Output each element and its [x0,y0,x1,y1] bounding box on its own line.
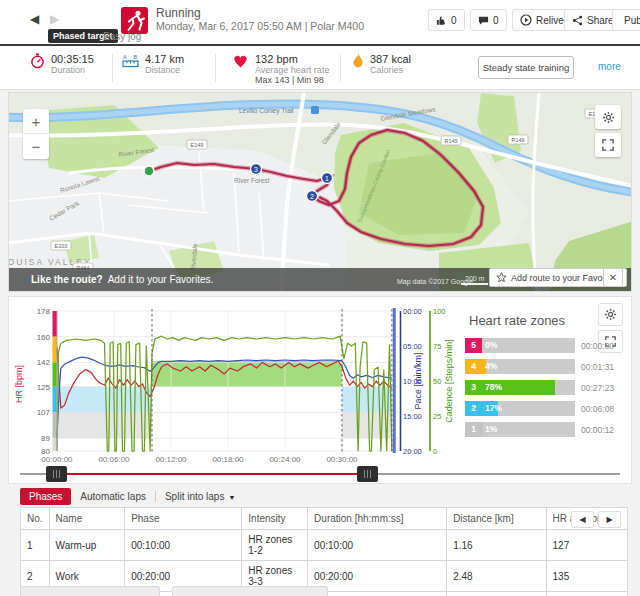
pager-prev-button[interactable]: ◀ [571,511,594,528]
training-curve-chart[interactable]: HR [bpm] Pace [min/km] Cadence [Steps/mi… [9,299,461,471]
zone-number: 5 [465,338,482,353]
stat-divider [112,54,113,82]
target-name: Easy jog [103,31,141,42]
heart-rate-stat: 132 bpm Average heart rate Max 143 | Min… [232,53,329,85]
cell-distance: 1.16 [447,530,546,561]
target-zone-band [57,387,152,413]
table-row[interactable]: 1Warm-up00:10:00HR zones 1-200:10:001.16… [21,530,628,561]
fullscreen-icon [602,139,614,151]
polar-flow-training-page: ◀ ▶ Running Monday, Mar 6, 2017 05:50 AM… [0,0,640,596]
svg-text:05:00: 05:00 [403,342,422,351]
zone-row-4: 44%00:01:31 [465,359,627,374]
zoom-out-button[interactable]: − [23,134,49,159]
cell-distance: 2.48 [447,561,546,592]
km-marker-1[interactable]: 1 [322,173,333,184]
km-marker-3[interactable]: 3 [251,164,262,175]
thumbs-up-icon [436,15,447,26]
time-range-scrubber [0,462,640,486]
tab-phases[interactable]: Phases [20,488,71,505]
svg-text:3: 3 [254,166,258,173]
km-marker-2[interactable]: 2 [307,191,318,202]
map-canvas: 3 1 2 River Forest River Forest Levillo … [9,93,632,292]
relive-button[interactable]: Relive [512,9,572,31]
activity-title: Running [156,6,201,20]
cell-distance: 0.51 [447,592,546,596]
comments-button[interactable]: 0 [470,9,507,31]
chart-settings-button[interactable] [598,303,623,326]
road-badge: R149 [441,136,461,145]
zone-bar [482,422,483,437]
zone-percent: 17% [485,401,502,416]
training-benefit-button[interactable]: Steady state training [478,56,574,79]
svg-text:160: 160 [37,333,51,342]
overlay-question: Like the route? [31,274,103,285]
svg-text:25: 25 [433,412,441,421]
like-button[interactable]: 0 [428,9,465,31]
scrubber-left-handle[interactable] [46,466,67,482]
runner-icon [121,7,148,34]
zone-percent: 0% [485,338,497,353]
zone-percent: 78% [485,380,502,395]
more-link[interactable]: more [598,61,621,72]
svg-text:107: 107 [37,408,51,417]
zoom-in-button[interactable]: + [23,109,49,134]
scrubber-right-handle[interactable] [357,466,378,482]
street-label: River Forest [234,177,270,184]
hr-zone-strip [53,438,58,451]
svg-text:00:00: 00:00 [403,307,422,316]
distance-value: 4.17 km [145,53,184,65]
zone-track: 78% [482,380,575,395]
back-arrow-button[interactable]: ◀ [30,12,39,26]
target-zone-band [57,412,152,438]
cell-phase: 00:10:00 [125,530,242,561]
svg-text:15:00: 15:00 [403,412,422,421]
svg-text:R149: R149 [444,138,457,144]
comment-count: 0 [493,15,499,26]
tab-split-into-laps[interactable]: Split into laps▼ [156,488,244,505]
col-no: No. [21,508,50,530]
calories-value: 387 kcal [370,53,411,65]
pager-next-button[interactable]: ▶ [598,511,621,528]
forward-arrow-button[interactable]: ▶ [50,12,59,26]
svg-text:E103: E103 [55,243,68,249]
map-fullscreen-button[interactable] [595,133,621,157]
target-zone-band [342,412,392,438]
duration-stat: 00:35:15 Duration [30,53,94,75]
zone-row-5: 50%00:00:00 [465,338,627,353]
comment-icon [478,15,489,26]
svg-text:178: 178 [37,307,51,316]
header: ◀ ▶ Running Monday, Mar 6, 2017 05:50 AM… [0,0,640,44]
zone-track: 4% [482,359,575,374]
distance-label: Distance [145,65,184,75]
zone-track: 0% [482,338,575,353]
svg-text:B: B [134,54,138,60]
public-button[interactable]: Public [612,9,640,31]
road-badge: E149 [187,140,207,149]
hr-zone-strip [53,311,58,337]
svg-text:75: 75 [433,342,441,351]
overlay-close-button[interactable]: ✕ [603,268,623,287]
distance-stat: AB 4.17 km Distance [122,53,184,75]
road-badge: R149 [508,135,528,144]
like-count: 0 [451,15,457,26]
route-map[interactable]: 3 1 2 River Forest River Forest Levillo … [8,92,632,292]
table-header-row: No. Name Phase Intensity Duration [hh:mm… [21,508,628,530]
zone-number: 2 [465,401,482,416]
calories-label: Calories [370,65,411,75]
col-name: Name [49,508,125,530]
bottom-button-stub[interactable] [172,586,328,596]
duration-value: 00:35:15 [51,53,94,65]
cell-intensity: HR zones 1-2 [242,530,308,561]
zone-time: 00:00:00 [581,341,614,351]
bottom-button-stub[interactable] [20,586,160,596]
avg-hr-value: 132 bpm [255,53,329,65]
calories-stat: 387 kcal Calories [352,53,411,75]
overlay-cta: Add it to your Favorites. [108,274,214,285]
tab-automatic-laps[interactable]: Automatic laps [71,488,155,505]
heart-rate-zones-panel: Heart rate zones 50%00:00:00 44%00:01:31… [461,297,631,483]
distance-ruler-icon: AB [122,53,139,69]
cell-duration: 00:05:00 [308,592,447,596]
gear-icon [602,111,615,124]
route-start-marker[interactable] [144,166,154,176]
map-settings-button[interactable] [595,105,621,129]
